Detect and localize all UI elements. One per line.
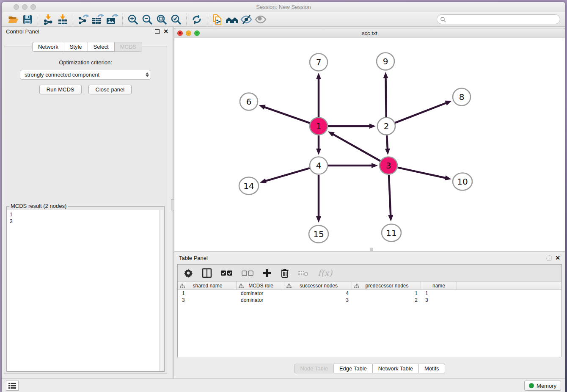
task-history-button[interactable]	[6, 381, 19, 391]
graph-node[interactable]: 1	[310, 118, 328, 135]
column-header-mcds-role[interactable]: MCDS role	[237, 282, 284, 290]
first-neighbors-button[interactable]	[225, 13, 239, 26]
zoom-window-button[interactable]	[30, 4, 36, 10]
graph-node[interactable]: 14	[239, 177, 259, 195]
table-row[interactable]: 1dominator411	[178, 290, 561, 297]
delete-table-button[interactable]	[298, 269, 309, 277]
result-scrollbar[interactable]	[159, 210, 164, 371]
settings-gear-icon	[184, 268, 193, 278]
mcds-tab-content: Optimization criterion: strongly connect…	[4, 47, 167, 374]
tab-node-table[interactable]: Node Table	[294, 364, 334, 373]
select-all-button[interactable]	[221, 270, 233, 276]
graph-edge[interactable]	[387, 135, 388, 149]
main-area: Control Panel ✕ Network Style Select MCD…	[2, 27, 565, 378]
add-column-button[interactable]	[262, 268, 272, 278]
network-canvas[interactable]: 7968124314101511	[174, 38, 565, 251]
graph-node[interactable]: 10	[453, 173, 472, 190]
table-row[interactable]: 3dominator323	[178, 297, 561, 304]
hide-details-button[interactable]	[239, 13, 253, 26]
graph-edge[interactable]	[265, 168, 309, 181]
open-session-button[interactable]	[6, 13, 20, 26]
zoom-selected-icon	[170, 14, 182, 25]
graph-node[interactable]: 8	[453, 88, 471, 106]
memory-button[interactable]: Memory	[524, 381, 561, 391]
search-field[interactable]	[437, 14, 560, 24]
graph-edge[interactable]	[385, 77, 386, 117]
show-details-button[interactable]	[253, 13, 268, 26]
search-input[interactable]	[446, 17, 560, 22]
graph-node[interactable]: 2	[377, 118, 395, 135]
graph-node[interactable]: 11	[382, 224, 401, 242]
zoom-fit-button[interactable]	[154, 13, 169, 26]
zoom-selected-button[interactable]	[169, 13, 183, 26]
column-header-name[interactable]: name	[421, 282, 457, 290]
tab-network-table[interactable]: Network Table	[373, 364, 419, 373]
control-panel-title: Control Panel	[6, 28, 39, 35]
close-panel-icon[interactable]: ✕	[163, 29, 168, 34]
hierarchy-icon	[354, 283, 359, 288]
graph-node[interactable]: 9	[377, 53, 394, 70]
graph-node-label: 3	[386, 160, 391, 171]
canvas-scroll-handle[interactable]	[370, 248, 373, 251]
save-session-button[interactable]	[20, 13, 35, 26]
refresh-layout-button[interactable]	[190, 13, 204, 26]
column-header-shared-name[interactable]: shared name	[178, 282, 237, 290]
graph-node[interactable]: 3	[380, 157, 397, 174]
hierarchy-icon	[239, 283, 244, 288]
float-panel-icon[interactable]	[155, 29, 160, 34]
zoom-in-button[interactable]	[126, 13, 140, 26]
tab-edge-table[interactable]: Edge Table	[334, 364, 373, 373]
add-column-icon	[262, 268, 272, 278]
graph-node[interactable]: 15	[309, 226, 328, 243]
title-bar: Session: New Session	[2, 2, 565, 12]
import-table-button[interactable]	[55, 13, 70, 26]
tab-select[interactable]: Select	[88, 42, 115, 52]
graph-edge[interactable]	[395, 103, 447, 123]
close-table-panel-icon[interactable]: ✕	[555, 256, 560, 260]
graph-edge[interactable]	[333, 134, 380, 161]
graph-edge[interactable]	[397, 168, 446, 178]
memory-label: Memory	[537, 383, 556, 389]
column-header-predecessor-nodes[interactable]: predecessor nodes	[352, 282, 421, 290]
float-table-panel-icon[interactable]	[547, 256, 551, 260]
optimization-criterion-label: Optimization criterion:	[4, 59, 167, 66]
optimization-criterion-select[interactable]: strongly connected component	[20, 70, 151, 80]
deselect-all-button[interactable]	[242, 270, 253, 276]
task-list-icon	[8, 383, 16, 389]
graph-edge-arrowhead	[383, 72, 388, 78]
mcds-result-text[interactable]: 1 3	[7, 210, 164, 371]
delete-column-icon	[281, 268, 289, 278]
export-image-button[interactable]	[105, 13, 119, 26]
tab-motifs[interactable]: Motifs	[419, 364, 445, 373]
graph-node[interactable]: 6	[240, 93, 258, 110]
delete-column-button[interactable]	[281, 268, 289, 278]
graph-edge[interactable]	[389, 175, 391, 216]
import-network-button[interactable]	[41, 13, 55, 26]
graph-edge[interactable]	[264, 107, 310, 123]
main-toolbar	[2, 12, 565, 27]
export-table-button[interactable]	[91, 13, 105, 26]
selected-criterion: strongly connected component	[25, 72, 99, 78]
column-header-successor-nodes[interactable]: successor nodes	[284, 282, 352, 290]
settings-gear-button[interactable]	[184, 268, 193, 278]
export-network-button[interactable]	[76, 13, 91, 26]
run-mcds-button[interactable]: Run MCDS	[39, 85, 82, 94]
table-tabs: Node Table Edge Table Network Table Moti…	[174, 364, 565, 373]
graph-node[interactable]: 7	[310, 54, 328, 71]
zoom-out-button[interactable]	[140, 13, 154, 26]
tab-style[interactable]: Style	[64, 42, 88, 52]
duplicate-network-button[interactable]	[210, 13, 225, 26]
graph-node[interactable]: 4	[310, 157, 328, 174]
tab-network[interactable]: Network	[32, 42, 64, 52]
close-panel-button[interactable]: Close panel	[88, 85, 132, 94]
graph-node-label: 14	[243, 181, 254, 191]
delete-table-icon	[298, 269, 309, 277]
window-title: Session: New Session	[2, 4, 565, 10]
tab-mcds[interactable]: MCDS	[115, 42, 142, 52]
close-window-button[interactable]	[14, 4, 19, 10]
graph-node-label: 1	[316, 121, 322, 131]
column-layout-button[interactable]	[202, 268, 212, 278]
function-builder-button[interactable]: f(x)	[318, 268, 332, 278]
minimize-window-button[interactable]	[22, 4, 28, 10]
zoom-out-icon	[141, 14, 153, 25]
